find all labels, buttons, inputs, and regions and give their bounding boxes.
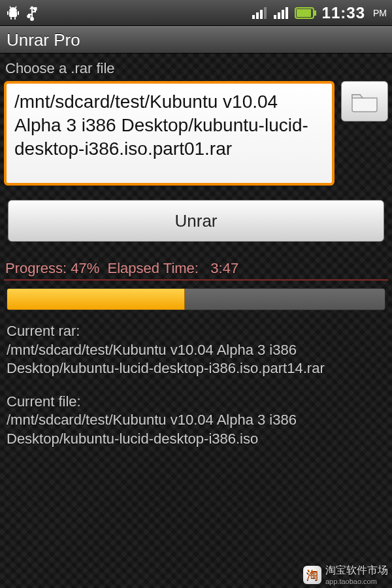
divider-line <box>4 280 388 280</box>
folder-icon <box>350 90 379 113</box>
svg-rect-8 <box>35 8 37 10</box>
taobao-icon: 淘 <box>303 566 321 584</box>
svg-rect-16 <box>282 10 284 19</box>
svg-line-5 <box>10 7 11 8</box>
watermark-sub: app.taobao.com <box>325 578 388 585</box>
current-rar-label: Current rar: <box>7 322 385 341</box>
android-robot-icon <box>5 5 21 21</box>
svg-rect-17 <box>286 7 288 19</box>
progress-bar-fill <box>7 289 185 310</box>
current-file-label: Current file: <box>7 393 385 412</box>
svg-rect-10 <box>252 15 255 19</box>
file-path-input[interactable]: /mnt/sdcard/test/Kubuntu v10.04 Alpha 3 … <box>4 81 335 186</box>
unrar-button-label: Unrar <box>174 211 217 231</box>
svg-rect-3 <box>10 17 12 20</box>
svg-point-9 <box>27 15 30 18</box>
svg-rect-20 <box>314 10 316 16</box>
svg-rect-19 <box>297 9 311 17</box>
svg-rect-11 <box>256 12 259 19</box>
battery-icon <box>295 7 317 20</box>
svg-rect-2 <box>18 11 19 15</box>
status-clock: 11:33 <box>322 4 365 22</box>
usb-icon <box>25 5 39 21</box>
svg-rect-13 <box>264 7 267 19</box>
app-title: Unrar Pro <box>7 30 80 50</box>
unrar-button[interactable]: Unrar <box>8 200 384 242</box>
svg-rect-1 <box>7 11 8 15</box>
svg-point-7 <box>31 18 33 20</box>
watermark-text: 淘宝软件市场 <box>325 564 388 576</box>
svg-rect-12 <box>260 10 263 19</box>
progress-text: Progress: 47% Elapsed Time: 3:47 <box>4 260 388 277</box>
watermark: 淘 淘宝软件市场 app.taobao.com <box>303 564 388 585</box>
browse-button[interactable] <box>341 81 388 122</box>
svg-rect-0 <box>9 11 17 17</box>
current-file-block: Current file: /mnt/sdcard/test/Kubuntu v… <box>4 393 388 449</box>
choose-file-label: Choose a .rar file <box>5 60 388 77</box>
svg-rect-4 <box>14 17 16 20</box>
current-rar-block: Current rar: /mnt/sdcard/test/Kubuntu v1… <box>4 322 388 378</box>
current-file-path: /mnt/sdcard/test/Kubuntu v10.04 Alpha 3 … <box>7 411 385 448</box>
svg-rect-14 <box>274 15 276 19</box>
current-rar-path: /mnt/sdcard/test/Kubuntu v10.04 Alpha 3 … <box>7 341 385 378</box>
progress-bar <box>7 288 385 310</box>
app-title-bar: Unrar Pro <box>0 26 392 54</box>
file-path-text: /mnt/sdcard/test/Kubuntu v10.04 Alpha 3 … <box>14 91 308 159</box>
wifi-icon <box>250 6 267 20</box>
status-clock-ampm: PM <box>373 8 387 18</box>
signal-icon <box>272 6 289 20</box>
svg-line-6 <box>15 7 16 8</box>
svg-rect-15 <box>278 12 280 19</box>
app-content: Choose a .rar file /mnt/sdcard/test/Kubu… <box>0 54 392 588</box>
android-status-bar: 11:33 PM <box>0 0 392 26</box>
